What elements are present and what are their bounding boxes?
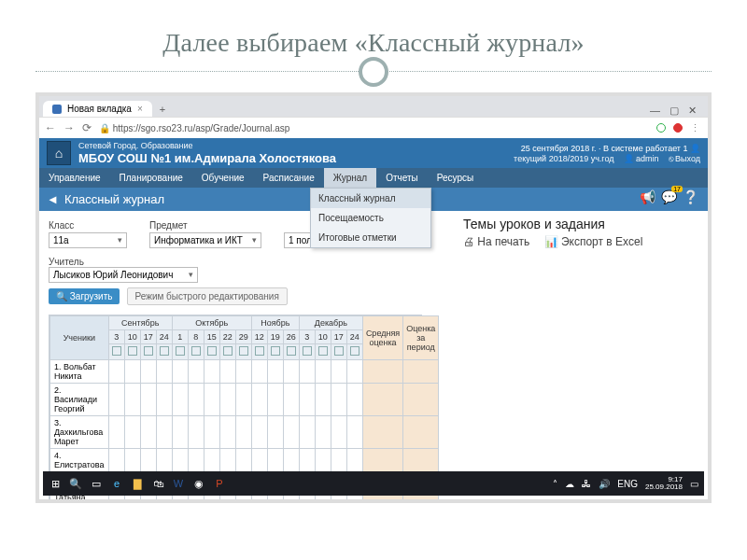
day-checkbox[interactable] [140, 344, 156, 360]
grade-cell[interactable] [267, 384, 283, 416]
day-header[interactable]: 8 [188, 330, 204, 344]
tab-close-icon[interactable]: × [137, 104, 143, 114]
day-checkbox[interactable] [156, 344, 172, 360]
edge-icon[interactable]: e [110, 477, 123, 490]
grade-cell[interactable] [235, 416, 251, 449]
grade-cell[interactable] [346, 384, 362, 416]
day-checkbox[interactable] [346, 344, 362, 360]
day-header[interactable]: 1 [172, 330, 188, 344]
logout-link[interactable]: ⎋ Выход [669, 154, 700, 163]
grade-cell[interactable] [315, 416, 331, 449]
back-icon[interactable]: ← [45, 121, 56, 134]
menu-item-6[interactable]: Ресурсы [428, 168, 483, 188]
day-header[interactable]: 24 [156, 330, 172, 344]
grade-cell[interactable] [108, 416, 124, 449]
powerpoint-icon[interactable]: P [213, 477, 226, 490]
day-header[interactable]: 17 [331, 330, 346, 344]
grade-cell[interactable] [140, 416, 156, 449]
messages-icon[interactable]: 💬17 [661, 189, 677, 204]
grade-cell[interactable] [251, 416, 267, 449]
grade-cell[interactable] [283, 360, 299, 384]
grade-cell[interactable] [299, 416, 315, 449]
ext-green-icon[interactable] [656, 123, 666, 133]
grade-cell[interactable] [124, 360, 140, 384]
day-header[interactable]: 22 [219, 330, 235, 344]
grade-cell[interactable] [235, 384, 251, 416]
day-header[interactable]: 15 [204, 330, 219, 344]
grade-cell[interactable] [346, 360, 362, 384]
grade-cell[interactable] [188, 360, 204, 384]
grade-cell[interactable] [140, 384, 156, 416]
teacher-select[interactable]: Лысиков Юрий Леонидович [49, 267, 198, 283]
announce-icon[interactable]: 📢 [640, 189, 655, 204]
grade-cell[interactable] [124, 416, 140, 449]
export-excel-button[interactable]: 📊 Экспорт в Excel [544, 235, 643, 248]
day-header[interactable]: 10 [315, 330, 331, 344]
day-checkbox[interactable] [283, 344, 299, 360]
menu-item-5[interactable]: Отчеты [376, 168, 428, 188]
url-field[interactable]: 🔒 https://sgo.rso23.ru/asp/Grade/Journal… [99, 123, 649, 133]
grade-cell[interactable] [108, 384, 124, 416]
day-header[interactable]: 10 [124, 330, 140, 344]
day-header[interactable]: 26 [283, 330, 299, 344]
grade-cell[interactable] [346, 416, 362, 449]
browser-menu-icon[interactable]: ⋮ [690, 122, 702, 134]
ext-red-icon[interactable] [673, 123, 683, 133]
grade-cell[interactable] [299, 384, 315, 416]
class-select[interactable]: 11а [49, 232, 127, 248]
grade-cell[interactable] [331, 384, 346, 416]
menu-item-2[interactable]: Обучение [192, 168, 254, 188]
taskview-icon[interactable]: ▭ [90, 477, 103, 490]
menu-item-0[interactable]: Управление [39, 168, 110, 188]
day-checkbox[interactable] [267, 344, 283, 360]
tray-clock[interactable]: 9:1725.09.2018 [645, 476, 683, 491]
day-header[interactable]: 24 [346, 330, 362, 344]
student-name[interactable]: 1. Вольбат Никита [50, 360, 109, 384]
grade-cell[interactable] [219, 416, 235, 449]
help-icon[interactable]: ❔ [683, 189, 698, 204]
start-icon[interactable]: ⊞ [49, 477, 62, 490]
day-checkbox[interactable] [204, 344, 219, 360]
day-header[interactable]: 29 [235, 330, 251, 344]
tray-volume-icon[interactable]: 🔊 [599, 479, 610, 489]
menu-item-4[interactable]: Журнал [324, 168, 377, 188]
day-header[interactable]: 17 [140, 330, 156, 344]
student-name[interactable]: 3. Дахкильгова Марет [50, 416, 109, 449]
grade-cell[interactable] [108, 360, 124, 384]
grade-cell[interactable] [204, 416, 219, 449]
grade-cell[interactable] [172, 384, 188, 416]
tray-up-icon[interactable]: ˄ [553, 479, 557, 489]
dropdown-item-2[interactable]: Итоговые отметки [311, 228, 430, 247]
grade-cell[interactable] [156, 360, 172, 384]
day-header[interactable]: 19 [267, 330, 283, 344]
day-checkbox[interactable] [219, 344, 235, 360]
grade-cell[interactable] [267, 360, 283, 384]
student-name[interactable]: 2. Василиади Георгий [50, 384, 109, 416]
grade-cell[interactable] [235, 360, 251, 384]
reload-icon[interactable]: ⟳ [82, 121, 92, 134]
grade-cell[interactable] [124, 384, 140, 416]
print-button[interactable]: 🖨 На печать [463, 235, 529, 248]
grade-cell[interactable] [331, 360, 346, 384]
tray-network-icon[interactable]: 🖧 [582, 479, 591, 489]
grade-cell[interactable] [283, 416, 299, 449]
new-tab-button[interactable]: + [154, 102, 171, 117]
forward-icon[interactable]: → [63, 121, 75, 134]
quick-edit-button[interactable]: Режим быстрого редактирования [127, 287, 288, 305]
browser-tab[interactable]: Новая вкладка × [43, 101, 152, 117]
word-icon[interactable]: W [172, 477, 185, 490]
grade-cell[interactable] [315, 360, 331, 384]
grade-cell[interactable] [188, 416, 204, 449]
chrome-icon[interactable]: ◉ [192, 477, 205, 490]
grade-cell[interactable] [204, 360, 219, 384]
day-checkbox[interactable] [251, 344, 267, 360]
grade-cell[interactable] [219, 360, 235, 384]
day-checkbox[interactable] [172, 344, 188, 360]
dropdown-item-0[interactable]: Классный журнал [311, 189, 430, 208]
grade-cell[interactable] [140, 360, 156, 384]
back-arrow-icon[interactable]: ◄ [47, 192, 59, 206]
grade-cell[interactable] [204, 384, 219, 416]
grade-cell[interactable] [299, 360, 315, 384]
load-button[interactable]: 🔍 Загрузить [49, 288, 120, 304]
day-checkbox[interactable] [188, 344, 204, 360]
